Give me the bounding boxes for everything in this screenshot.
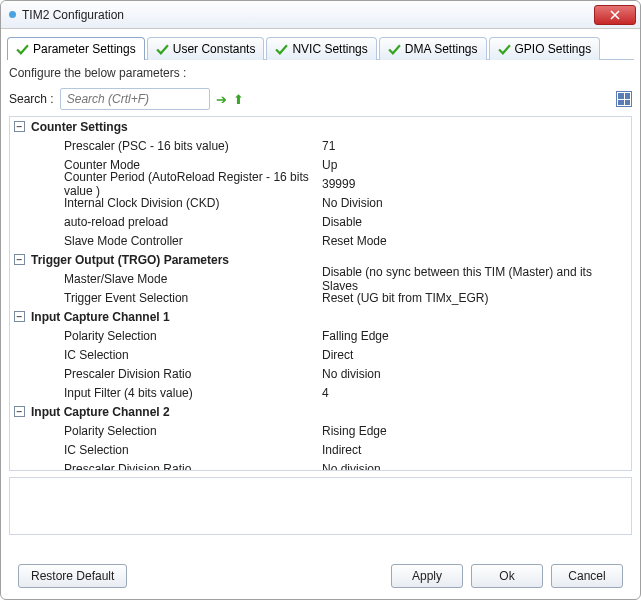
ok-button[interactable]: Ok [471, 564, 543, 588]
close-icon [610, 10, 620, 20]
param-value: Rising Edge [318, 424, 631, 438]
param-value: Reset (UG bit from TIMx_EGR) [318, 291, 631, 305]
section-title: Input Capture Channel 1 [31, 310, 170, 324]
search-row: Search : ➔ ⬆ [1, 84, 640, 116]
param-row[interactable]: Trigger Event SelectionReset (UG bit fro… [10, 288, 631, 307]
view-grid-icon[interactable] [616, 91, 632, 107]
section-title: Counter Settings [31, 120, 128, 134]
section-title: Trigger Output (TRGO) Parameters [31, 253, 229, 267]
param-label: Prescaler Division Ratio [10, 462, 318, 472]
param-row[interactable]: Polarity SelectionFalling Edge [10, 326, 631, 345]
param-label: Prescaler (PSC - 16 bits value) [10, 139, 318, 153]
tab-parameter-settings[interactable]: Parameter Settings [7, 37, 145, 60]
param-value: Up [318, 158, 631, 172]
app-icon [9, 11, 16, 18]
check-icon [16, 43, 29, 56]
param-label: Polarity Selection [10, 329, 318, 343]
tab-label: DMA Settings [405, 42, 478, 56]
check-icon [275, 43, 288, 56]
param-value: No division [318, 367, 631, 381]
search-next-icon[interactable]: ➔ [216, 92, 227, 107]
section-title: Input Capture Channel 2 [31, 405, 170, 419]
search-input[interactable] [60, 88, 210, 110]
window-title: TIM2 Configuration [22, 8, 124, 22]
param-label: IC Selection [10, 443, 318, 457]
param-row[interactable]: Input Filter (4 bits value)4 [10, 383, 631, 402]
tab-user-constants[interactable]: User Constants [147, 37, 265, 60]
param-value: 4 [318, 386, 631, 400]
check-icon [388, 43, 401, 56]
param-row[interactable]: Counter Period (AutoReload Register - 16… [10, 174, 631, 193]
close-button[interactable] [594, 5, 636, 25]
description-panel [9, 477, 632, 535]
param-label: Polarity Selection [10, 424, 318, 438]
param-label: Prescaler Division Ratio [10, 367, 318, 381]
section-counter-settings[interactable]: − Counter Settings [10, 117, 631, 136]
param-label: Master/Slave Mode [10, 272, 318, 286]
tab-nvic-settings[interactable]: NVIC Settings [266, 37, 376, 60]
param-label: Internal Clock Division (CKD) [10, 196, 318, 210]
cancel-button[interactable]: Cancel [551, 564, 623, 588]
tab-label: GPIO Settings [515, 42, 592, 56]
search-label: Search : [9, 92, 54, 106]
tab-label: NVIC Settings [292, 42, 367, 56]
section-ic2[interactable]: − Input Capture Channel 2 [10, 402, 631, 421]
footer: Restore Default Apply Ok Cancel [0, 564, 641, 588]
param-label: IC Selection [10, 348, 318, 362]
param-row[interactable]: Prescaler (PSC - 16 bits value)71 [10, 136, 631, 155]
param-value: Indirect [318, 443, 631, 457]
titlebar: TIM2 Configuration [1, 1, 640, 29]
param-label: Counter Period (AutoReload Register - 16… [10, 170, 318, 198]
collapse-icon[interactable]: − [14, 121, 25, 132]
tabs: Parameter Settings User Constants NVIC S… [7, 33, 634, 59]
parameter-tree: − Counter Settings Prescaler (PSC - 16 b… [9, 116, 632, 471]
config-hint: Configure the below parameters : [1, 60, 640, 84]
tab-gpio-settings[interactable]: GPIO Settings [489, 37, 601, 60]
param-value: 71 [318, 139, 631, 153]
param-row[interactable]: Prescaler Division RatioNo division [10, 364, 631, 383]
collapse-icon[interactable]: − [14, 254, 25, 265]
param-row[interactable]: Internal Clock Division (CKD)No Division [10, 193, 631, 212]
param-row[interactable]: auto-reload preloadDisable [10, 212, 631, 231]
collapse-icon[interactable]: − [14, 311, 25, 322]
param-row[interactable]: Polarity SelectionRising Edge [10, 421, 631, 440]
param-row[interactable]: Prescaler Division RatioNo division [10, 459, 631, 471]
param-label: Input Filter (4 bits value) [10, 386, 318, 400]
param-value: 39999 [318, 177, 631, 191]
restore-default-button[interactable]: Restore Default [18, 564, 127, 588]
tab-dma-settings[interactable]: DMA Settings [379, 37, 487, 60]
collapse-icon[interactable]: − [14, 406, 25, 417]
tab-label: Parameter Settings [33, 42, 136, 56]
param-value: No division [318, 462, 631, 472]
param-label: Slave Mode Controller [10, 234, 318, 248]
apply-button[interactable]: Apply [391, 564, 463, 588]
param-value: Direct [318, 348, 631, 362]
section-ic1[interactable]: − Input Capture Channel 1 [10, 307, 631, 326]
param-label: Trigger Event Selection [10, 291, 318, 305]
param-row[interactable]: IC SelectionDirect [10, 345, 631, 364]
param-row[interactable]: Master/Slave ModeDisable (no sync betwee… [10, 269, 631, 288]
param-label: auto-reload preload [10, 215, 318, 229]
param-value: No Division [318, 196, 631, 210]
param-value: Disable [318, 215, 631, 229]
check-icon [498, 43, 511, 56]
param-value: Reset Mode [318, 234, 631, 248]
search-prev-icon[interactable]: ⬆ [233, 92, 244, 107]
tab-label: User Constants [173, 42, 256, 56]
param-row[interactable]: IC SelectionIndirect [10, 440, 631, 459]
param-value: Disable (no sync between this TIM (Maste… [318, 265, 631, 293]
param-row[interactable]: Slave Mode ControllerReset Mode [10, 231, 631, 250]
param-value: Falling Edge [318, 329, 631, 343]
check-icon [156, 43, 169, 56]
